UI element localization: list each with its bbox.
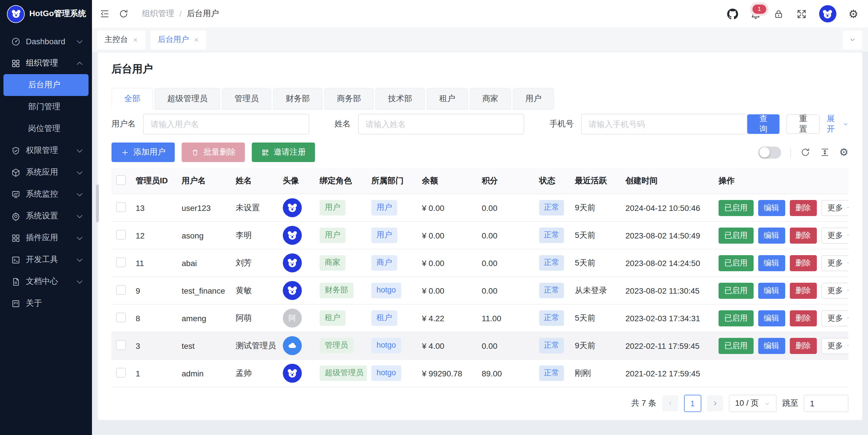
role-tab-finance[interactable]: 财务部	[273, 88, 322, 110]
more-button[interactable]: 更多	[821, 338, 848, 354]
close-icon[interactable]	[193, 37, 198, 42]
search-button[interactable]: 查询	[747, 114, 779, 134]
sidebar-item-permissions[interactable]: 权限管理	[0, 139, 92, 161]
user-avatar[interactable]	[819, 5, 836, 23]
delete-button[interactable]: 删除	[789, 227, 816, 243]
role-tag: 财务部	[320, 283, 353, 298]
row-checkbox[interactable]	[116, 285, 126, 294]
enabled-button[interactable]: 已启用	[718, 338, 753, 354]
striped-toggle[interactable]	[758, 146, 781, 158]
enabled-button[interactable]: 已启用	[718, 227, 753, 243]
expand-filters-link[interactable]: 展开	[827, 114, 848, 134]
mobile-filter-input[interactable]	[581, 114, 747, 134]
sidebar-item-system-monitor[interactable]: 系统监控	[0, 183, 92, 205]
row-checkbox[interactable]	[116, 340, 126, 350]
delete-button[interactable]: 删除	[789, 310, 816, 326]
dept-tag: hotgo	[371, 283, 401, 298]
role-tab-super-admin[interactable]: 超级管理员	[155, 88, 220, 110]
row-checkbox[interactable]	[116, 202, 126, 212]
col-username: 用户名	[177, 168, 231, 194]
row-checkbox[interactable]	[116, 368, 126, 377]
enabled-button[interactable]: 已启用	[718, 200, 753, 216]
sidebar-item-about[interactable]: 关于	[0, 292, 92, 314]
next-page-button[interactable]	[707, 395, 723, 411]
page-number-1[interactable]: 1	[684, 395, 701, 412]
breadcrumb-current: 后台用户	[187, 9, 219, 19]
sidebar-item-dev-tools[interactable]: 开发工具	[0, 249, 92, 271]
settings-gear-icon[interactable]: ⚙	[848, 8, 858, 19]
delete-button[interactable]: 删除	[789, 200, 816, 216]
table-row: 1 admin 孟帅 超级管理员 hotgo ¥ 99290.78 89.00 …	[112, 360, 848, 387]
page-size-select[interactable]: 10 / 页	[729, 395, 777, 412]
row-density-icon[interactable]	[820, 147, 830, 157]
role-tab-all[interactable]: 全部	[112, 88, 153, 110]
breadcrumb-parent[interactable]: 组织管理	[142, 9, 174, 19]
page-tab-console[interactable]: 主控台	[97, 30, 145, 49]
more-button[interactable]: 更多	[821, 255, 848, 271]
sidebar-item-system-apps[interactable]: 系统应用	[0, 161, 92, 183]
jump-page-input[interactable]	[804, 395, 848, 412]
close-icon[interactable]	[132, 37, 138, 42]
sidebar-item-plugins[interactable]: 插件应用	[0, 227, 92, 249]
role-tab-business[interactable]: 商务部	[324, 88, 374, 110]
delete-button[interactable]: 删除	[789, 338, 816, 354]
row-checkbox[interactable]	[116, 312, 126, 322]
enabled-button[interactable]: 已启用	[718, 282, 753, 299]
more-button[interactable]: 更多	[821, 227, 848, 243]
add-user-button[interactable]: 添加用户	[112, 143, 175, 162]
page-title: 后台用户	[112, 52, 848, 76]
column-settings-gear-icon[interactable]: ⚙	[839, 147, 848, 157]
more-button[interactable]: 更多	[821, 200, 848, 216]
role-tab-user[interactable]: 用户	[513, 88, 554, 110]
prev-page-button[interactable]	[662, 395, 678, 411]
sidebar-item-system-settings[interactable]: 系统设置	[0, 205, 92, 227]
batch-delete-button[interactable]: 批量删除	[182, 143, 245, 162]
role-tab-admin[interactable]: 管理员	[222, 88, 271, 110]
role-tab-tenant[interactable]: 租户	[427, 88, 468, 110]
scrollbar-thumb[interactable]	[96, 184, 99, 222]
tabs-collapse-button[interactable]	[843, 30, 862, 49]
col-balance: 余额	[417, 168, 477, 194]
sidebar-item-departments[interactable]: 部门管理	[3, 96, 89, 118]
row-checkbox[interactable]	[116, 257, 126, 267]
username-filter-input[interactable]	[143, 114, 309, 134]
enabled-button[interactable]: 已启用	[718, 310, 753, 326]
sidebar-item-organization[interactable]: 组织管理	[0, 52, 92, 74]
sidebar-item-backend-users[interactable]: 后台用户	[3, 74, 89, 96]
realname-filter-input[interactable]	[358, 114, 524, 134]
role-tab-tech[interactable]: 技术部	[375, 88, 425, 110]
reset-button[interactable]: 重置	[786, 114, 820, 134]
edit-button[interactable]: 编辑	[758, 338, 785, 354]
reload-icon[interactable]	[118, 9, 129, 19]
sidebar-item-docs[interactable]: 文档中心	[0, 271, 92, 292]
fullscreen-icon[interactable]	[796, 8, 807, 19]
lock-icon[interactable]	[773, 8, 784, 19]
chevron-down-icon	[75, 233, 85, 243]
enabled-button[interactable]: 已启用	[718, 255, 753, 271]
page-tab-backend-users[interactable]: 后台用户	[150, 30, 206, 49]
delete-button[interactable]: 删除	[789, 282, 816, 299]
select-all-checkbox[interactable]	[116, 175, 126, 185]
sidebar-item-positions[interactable]: 岗位管理	[3, 118, 89, 139]
edit-button[interactable]: 编辑	[758, 282, 785, 299]
more-button[interactable]: 更多	[821, 282, 848, 299]
more-button[interactable]: 更多	[821, 310, 848, 326]
col-role: 绑定角色	[315, 168, 367, 194]
role-tab-merchant[interactable]: 商家	[470, 88, 511, 110]
invite-register-button[interactable]: 邀请注册	[252, 143, 315, 162]
github-icon[interactable]	[727, 8, 738, 19]
sidebar-item-dashboard[interactable]: Dashboard	[0, 30, 92, 52]
edit-button[interactable]: 编辑	[758, 255, 785, 271]
edit-button[interactable]: 编辑	[758, 310, 785, 326]
role-tag: 商家	[320, 255, 345, 270]
edit-button[interactable]: 编辑	[758, 227, 785, 243]
notification-bell-icon[interactable]: 1	[750, 8, 761, 19]
logo-row[interactable]: HotGo管理系统	[0, 0, 92, 28]
menu-fold-icon[interactable]	[99, 9, 110, 19]
edit-button[interactable]: 编辑	[758, 200, 785, 216]
col-points: 积分	[477, 168, 535, 194]
row-checkbox[interactable]	[116, 229, 126, 239]
refresh-table-icon[interactable]	[800, 147, 810, 157]
delete-button[interactable]: 删除	[789, 255, 816, 271]
grid-icon	[11, 58, 21, 68]
